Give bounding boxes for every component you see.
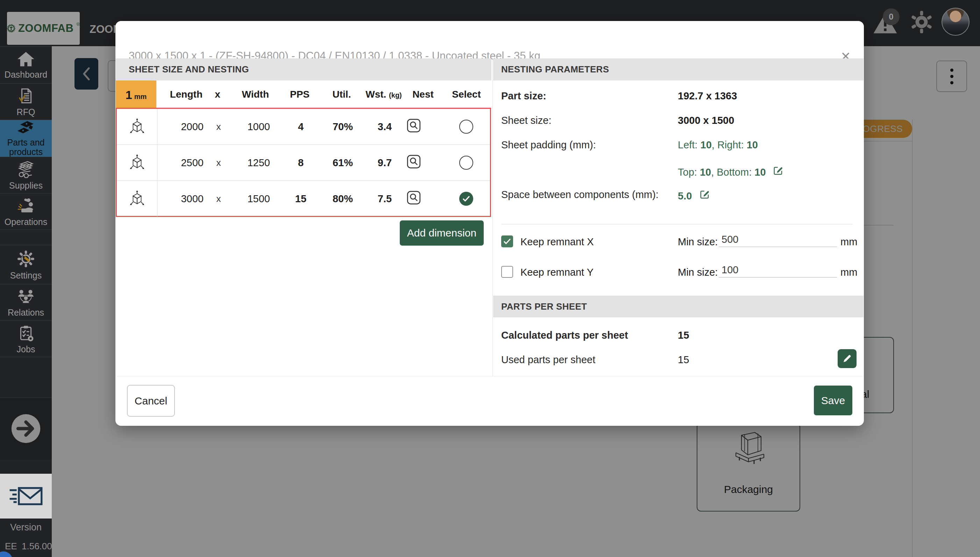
operations-machine-icon	[16, 197, 35, 215]
pps-value: 15	[280, 193, 322, 205]
pad-left-label: Left:	[678, 139, 700, 150]
keep-remnant-y-checkbox[interactable]	[501, 266, 513, 278]
sidebar-item-jobs[interactable]: Jobs	[0, 321, 52, 357]
nest-magnifier-icon	[406, 153, 422, 170]
min-size-x-input[interactable]	[719, 234, 837, 247]
sheet-size-label: Sheet size:	[501, 115, 551, 126]
home-icon	[17, 51, 35, 67]
sidebar-item-label: Operations	[5, 217, 47, 227]
util-value: 61%	[322, 157, 364, 169]
rfq-document-icon	[17, 87, 35, 104]
sidebar-item-dashboard[interactable]: Dashboard	[0, 46, 52, 84]
x-separator: x	[206, 158, 231, 168]
width-value: 1000	[231, 121, 280, 133]
sidebar-item-rfq[interactable]: RFQ	[0, 83, 52, 120]
send-mail-icon	[8, 484, 43, 508]
feedback-mail-block[interactable]	[0, 474, 52, 518]
col-wst-unit: (kg)	[389, 91, 402, 99]
sidebar-item-parts-and-products[interactable]: Parts and products	[0, 120, 52, 157]
nest-magnifier-icon	[406, 117, 422, 134]
nesting-section-title: NESTING PARAMETERS	[501, 64, 609, 75]
version-edition: EE	[5, 541, 17, 552]
sidebar-item-relations[interactable]: Relations	[0, 284, 52, 321]
sidebar-item-label: Settings	[10, 271, 42, 280]
version-number: 1.56.00	[22, 541, 52, 552]
sheet-section-title: SHEET SIZE AND NESTING	[129, 64, 249, 75]
edit-used-pps-button[interactable]	[838, 349, 856, 368]
notification-count: 0	[889, 12, 893, 22]
sidebar-collapse-block	[0, 397, 52, 459]
edit-padding-icon[interactable]	[773, 165, 783, 178]
col-wst: Wst. (kg)	[363, 89, 405, 100]
pad-bottom-label: Bottom:	[717, 166, 754, 178]
pps-section-header: PARTS PER SHEET	[493, 296, 863, 318]
add-dimension-button[interactable]: Add dimension	[400, 220, 484, 246]
min-size-y-input[interactable]	[719, 264, 837, 277]
used-pps-label: Used parts per sheet	[501, 354, 595, 366]
min-size-x-label: Min size:	[678, 236, 718, 248]
pane-divider	[492, 59, 493, 376]
sidebar-item-label: Supplies	[9, 181, 43, 191]
arrow-right-circle-button[interactable]	[10, 413, 42, 445]
nest-preview-button[interactable]	[406, 190, 442, 208]
sidebar-item-label: Dashboard	[5, 70, 47, 80]
sidebar-item-settings[interactable]: Settings	[0, 245, 52, 285]
sidebar-item-label: RFQ	[17, 107, 35, 117]
settings-gear-icon[interactable]	[909, 10, 934, 34]
pad-left-value: 10	[700, 139, 712, 150]
sidebar-item-label: Parts and products	[2, 138, 50, 157]
col-util: Util.	[321, 89, 363, 100]
pencil-icon	[842, 353, 852, 364]
select-radio[interactable]	[459, 120, 473, 134]
save-button[interactable]: Save	[814, 386, 852, 415]
pad-bottom-value: 10	[754, 166, 765, 178]
cancel-button[interactable]: Cancel	[127, 385, 175, 417]
pad-sep: ,	[711, 166, 717, 178]
col-wst-label: Wst.	[366, 89, 386, 100]
zoomfab-logo[interactable]: ZOOMFAB®	[7, 12, 80, 45]
user-avatar[interactable]	[941, 8, 970, 36]
keep-remnant-x-checkbox[interactable]	[501, 236, 513, 248]
pad-top-label: Top:	[678, 166, 700, 178]
min-size-x-unit: mm	[840, 236, 857, 248]
select-radio-checked[interactable]	[459, 192, 473, 206]
sidebar-item-supplies[interactable]: Supplies	[0, 157, 52, 194]
select-radio[interactable]	[459, 156, 473, 170]
length-value: 2500	[158, 157, 206, 169]
supplies-stock-icon	[16, 161, 35, 178]
check-icon	[503, 237, 511, 246]
nest-preview-button[interactable]	[406, 117, 442, 136]
pad-top-value: 10	[700, 166, 711, 178]
sheet-padding-lr: Left: 10, Right: 10	[678, 139, 758, 151]
min-size-y-unit: mm	[840, 267, 857, 278]
sheet-row[interactable]: 2000 x 1000 4 70% 3.4	[117, 109, 490, 145]
pps-value: 4	[280, 121, 322, 133]
sheet-table-header: 1 mm Length x Width PPS Util. Wst. (kg) …	[116, 80, 491, 109]
edit-space-icon[interactable]	[699, 189, 710, 202]
col-x: x	[205, 89, 230, 100]
sidebar-item-label: Jobs	[17, 345, 35, 354]
version-label: Version	[0, 522, 52, 533]
col-nest: Nest	[405, 89, 441, 100]
pad-right-label: Right:	[717, 139, 747, 150]
sheet-3d-icon	[117, 109, 158, 145]
space-between-label: Space between components (mm):	[501, 189, 658, 200]
pad-right-value: 10	[747, 139, 758, 150]
keep-remnant-y-label: Keep remnant Y	[520, 267, 593, 278]
util-value: 70%	[322, 121, 364, 133]
sheet-size-value: 3000 x 1500	[678, 115, 734, 126]
sheet-row[interactable]: 2500 x 1250 8 61% 9.7	[117, 145, 490, 181]
part-size-label: Part size:	[501, 90, 546, 102]
wst-value: 3.4	[364, 121, 406, 133]
length-value: 3000	[158, 193, 206, 205]
sidebar-item-label: Relations	[8, 308, 44, 318]
thickness-cell: 1 mm	[116, 80, 156, 109]
sheet-3d-icon	[117, 145, 158, 181]
nest-preview-button[interactable]	[406, 153, 442, 172]
wst-value: 7.5	[364, 193, 406, 205]
sheet-3d-icon	[117, 181, 158, 217]
sidebar-item-operations[interactable]: Operations	[0, 193, 52, 230]
x-separator: x	[206, 194, 231, 204]
sheet-row-selected[interactable]: 3000 x 1500 15 80% 7.5	[117, 181, 490, 217]
gear-wrench-icon	[17, 250, 35, 268]
